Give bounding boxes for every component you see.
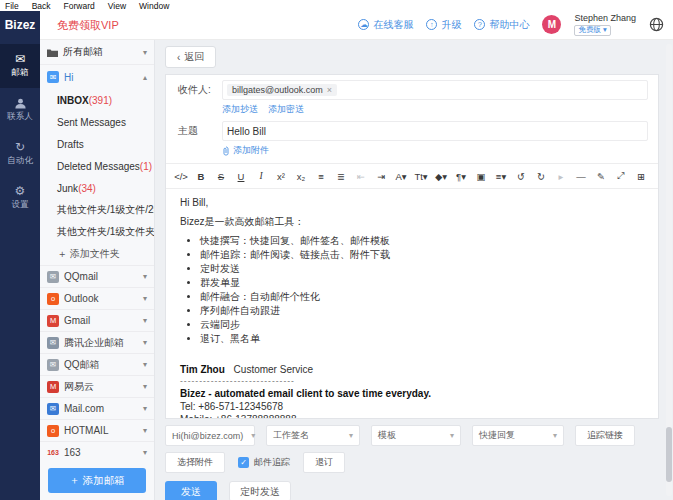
format-painter-icon[interactable]: ✎ bbox=[592, 168, 610, 184]
signature-select-value: 工作签名 bbox=[273, 429, 309, 442]
email-body-editor[interactable]: Hi Bill, Bizez是一款高效邮箱工具： 快捷撰写：快捷回复、邮件签名、… bbox=[166, 189, 658, 419]
recipient-chip[interactable]: billgates@outlook.com × bbox=[227, 84, 337, 96]
outdent-icon[interactable]: ⇤ bbox=[352, 168, 370, 184]
feature-item: 定时发送 bbox=[200, 262, 644, 275]
signature-title: Customer Service bbox=[234, 364, 313, 375]
insert-image-icon[interactable]: ▣ bbox=[472, 168, 490, 184]
code-view-icon[interactable]: </> bbox=[172, 168, 190, 184]
vertical-scrollbar[interactable] bbox=[666, 44, 672, 496]
menu-forward[interactable]: Forward bbox=[64, 1, 95, 11]
back-button[interactable]: ‹ 返回 bbox=[165, 46, 216, 68]
add-mailbox-button[interactable]: ＋ 添加邮箱 bbox=[48, 468, 146, 493]
free-vip-link[interactable]: 免费领取VIP bbox=[57, 18, 119, 33]
folder-inbox[interactable]: INBOX (391) bbox=[40, 89, 154, 111]
account-netease[interactable]: M 网易云 ▾ bbox=[40, 375, 154, 397]
account-outlook[interactable]: o Outlook ▾ bbox=[40, 287, 154, 309]
folder-other-1[interactable]: 其他文件夹/1级文件夹 bbox=[40, 221, 154, 243]
highlight-color-icon[interactable]: ◆▾ bbox=[432, 168, 450, 184]
subject-input[interactable]: Hello Bill bbox=[222, 121, 648, 141]
send-row: 发送 定时发送 bbox=[165, 481, 659, 500]
scrollbar-thumb[interactable] bbox=[666, 427, 672, 482]
account-hi-toggle[interactable]: ✉ Hi ▴ bbox=[40, 65, 154, 89]
horizontal-rule-icon[interactable]: — bbox=[572, 168, 590, 184]
align-icon[interactable]: ≡▾ bbox=[492, 168, 510, 184]
folder-junk[interactable]: Junk (34) bbox=[40, 177, 154, 199]
undo-icon[interactable]: ↺ bbox=[512, 168, 530, 184]
preview-icon[interactable]: ▸ bbox=[552, 168, 570, 184]
quick-reply-select[interactable]: 快捷回复 ▾ bbox=[472, 425, 564, 446]
add-attachment-label: 添加附件 bbox=[233, 144, 269, 157]
menu-window[interactable]: Window bbox=[139, 1, 169, 11]
bold-icon[interactable]: B bbox=[192, 168, 210, 184]
from-account-select[interactable]: Hi(hi@bizez.com) ▾ bbox=[165, 425, 255, 446]
template-select-value: 模板 bbox=[378, 429, 396, 442]
paragraph-format-icon[interactable]: ¶▾ bbox=[452, 168, 470, 184]
send-button[interactable]: 发送 bbox=[165, 481, 217, 500]
account-163[interactable]: 163 163 ▾ bbox=[40, 441, 154, 463]
folder-label: Drafts bbox=[57, 139, 84, 150]
folder-deleted[interactable]: Deleted Messages (1) bbox=[40, 155, 154, 177]
upgrade-label: 升级 bbox=[441, 18, 461, 32]
indent-icon[interactable]: ⇥ bbox=[372, 168, 390, 184]
font-color-icon[interactable]: A▾ bbox=[392, 168, 410, 184]
rail-item-automation[interactable]: ↻ 自动化 bbox=[0, 132, 40, 176]
mail-tracking-checkbox[interactable]: ✓ bbox=[238, 457, 249, 468]
rail-item-mail[interactable]: ✉ 邮箱 bbox=[0, 44, 40, 88]
account-tencent-biz[interactable]: ✉ 腾讯企业邮箱 ▾ bbox=[40, 331, 154, 353]
editor-toolbar: </> B S U I x² x₂ ≡ ≣ ⇤ ⇥ A▾ Tt▾ ◆▾ ¶▾ ▣… bbox=[166, 163, 658, 189]
add-bcc-link[interactable]: 添加密送 bbox=[268, 103, 304, 116]
underline-icon[interactable]: U bbox=[232, 168, 250, 184]
choose-attachment-button[interactable]: 选择附件 bbox=[165, 452, 225, 473]
user-avatar[interactable]: M bbox=[542, 15, 561, 34]
help-center-link[interactable]: ? 帮助中心 bbox=[474, 18, 529, 32]
account-gmail[interactable]: M Gmail ▾ bbox=[40, 309, 154, 331]
account-mailcom[interactable]: ✉ Mail.com ▾ bbox=[40, 397, 154, 419]
italic-icon[interactable]: I bbox=[252, 168, 270, 184]
folder-label: 其他文件夹/1级文件夹 bbox=[57, 225, 154, 239]
account-hotmail[interactable]: o HOTMAIL ▾ bbox=[40, 419, 154, 441]
online-support-link[interactable]: ☁ 在线客服 bbox=[358, 18, 413, 32]
menu-view[interactable]: View bbox=[108, 1, 126, 11]
account-label: Mail.com bbox=[64, 403, 104, 414]
recipient-input[interactable]: billgates@outlook.com × bbox=[222, 80, 648, 100]
os-menubar: File Back Forward View Window bbox=[0, 0, 673, 11]
rail-item-settings[interactable]: ⚙ 设置 bbox=[0, 176, 40, 220]
signature-select[interactable]: 工作签名 ▾ bbox=[266, 425, 360, 446]
plan-dropdown[interactable]: 免费版 ▾ bbox=[574, 25, 610, 35]
all-mailboxes-dropdown[interactable]: 所有邮箱 ▾ bbox=[40, 40, 154, 65]
folder-other-2[interactable]: 其他文件夹/1级文件/2级... bbox=[40, 199, 154, 221]
from-account-value: Hi(hi@bizez.com) bbox=[172, 431, 243, 441]
source-grid-icon[interactable]: ⊞ bbox=[632, 168, 650, 184]
account-qqmail[interactable]: ✉ QQmail ▾ bbox=[40, 265, 154, 287]
superscript-icon[interactable]: x² bbox=[272, 168, 290, 184]
upgrade-link[interactable]: ↑ 升级 bbox=[426, 18, 461, 32]
menu-file[interactable]: File bbox=[5, 1, 19, 11]
account-qq-mailbox[interactable]: ✉ QQ邮箱 ▾ bbox=[40, 353, 154, 375]
folder-drafts[interactable]: Drafts bbox=[40, 133, 154, 155]
rail-item-contacts[interactable]: 联系人 bbox=[0, 88, 40, 132]
recipient-row: 收件人: billgates@outlook.com × bbox=[166, 75, 658, 100]
folder-icon bbox=[47, 48, 58, 57]
strikethrough-icon[interactable]: S bbox=[212, 168, 230, 184]
font-size-icon[interactable]: Tt▾ bbox=[412, 168, 430, 184]
schedule-send-button[interactable]: 定时发送 bbox=[229, 481, 291, 500]
help-icon: ? bbox=[474, 19, 485, 30]
fullscreen-icon[interactable]: ⤢ bbox=[612, 168, 630, 184]
unsubscribe-button[interactable]: 退订 bbox=[303, 452, 345, 473]
track-link-button[interactable]: 追踪链接 bbox=[575, 425, 635, 446]
numbered-list-icon[interactable]: ≣ bbox=[332, 168, 350, 184]
add-attachment-link[interactable]: 添加附件 bbox=[166, 141, 658, 157]
subject-row: 主题 Hello Bill bbox=[166, 116, 658, 141]
compose-card: 收件人: billgates@outlook.com × 添加抄送 添加密送 主… bbox=[165, 74, 659, 419]
language-globe-icon[interactable] bbox=[649, 17, 664, 32]
chip-remove-icon[interactable]: × bbox=[327, 85, 332, 95]
bullet-list-icon[interactable]: ≡ bbox=[312, 168, 330, 184]
redo-icon[interactable]: ↻ bbox=[532, 168, 550, 184]
back-arrow-icon: ‹ bbox=[177, 52, 180, 63]
menu-back[interactable]: Back bbox=[32, 1, 51, 11]
template-select[interactable]: 模板 ▾ bbox=[371, 425, 461, 446]
folder-sent[interactable]: Sent Messages bbox=[40, 111, 154, 133]
add-folder-button[interactable]: ＋ 添加文件夹 bbox=[40, 243, 154, 265]
add-cc-link[interactable]: 添加抄送 bbox=[222, 103, 258, 116]
subscript-icon[interactable]: x₂ bbox=[292, 168, 310, 184]
